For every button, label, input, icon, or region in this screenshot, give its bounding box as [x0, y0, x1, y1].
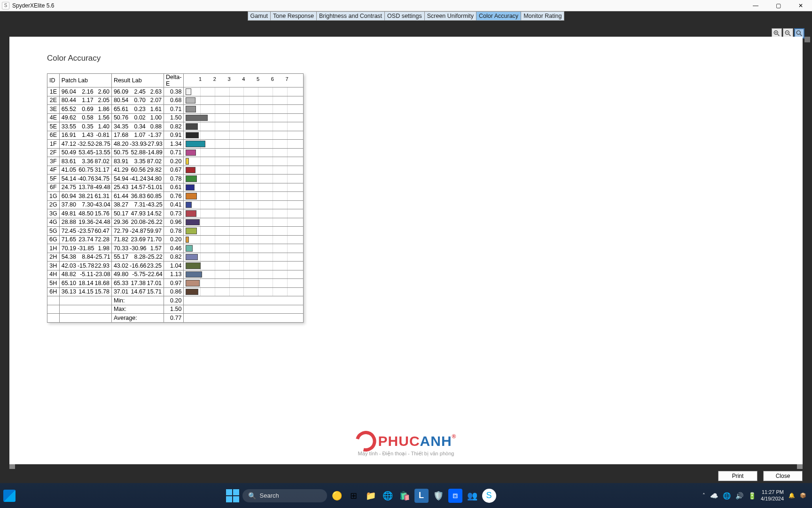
tray-chevron-icon[interactable]: ˄ — [703, 492, 705, 499]
volume-icon[interactable]: 🔊 — [735, 492, 743, 500]
tab-monitor-rating[interactable]: Monitor Rating — [521, 11, 564, 21]
store-icon[interactable]: 🛍️ — [398, 489, 412, 503]
delta-e-bar — [186, 150, 196, 156]
mcafee-icon[interactable]: 🛡️ — [431, 489, 445, 503]
taskbar-search[interactable]: 🔍 Search — [242, 489, 327, 502]
search-icon: 🔍 — [248, 492, 256, 500]
row-id: 1F — [47, 140, 60, 149]
chart-axis: 1234567 — [184, 74, 304, 87]
system-tray[interactable]: ☁️ 🌐 🔊 🔋 — [710, 492, 756, 500]
delta-e-value: 0.71 — [164, 105, 184, 114]
table-row: 1H 70.19-31.851.98 70.33-30.961.57 0.46 — [47, 244, 304, 253]
delta-e-bar-cell — [184, 287, 304, 296]
taskbar-clock[interactable]: 11:27 PM 4/19/2024 — [761, 489, 784, 501]
delta-e-bar — [186, 219, 200, 226]
delta-e-bar — [186, 141, 205, 147]
color-accuracy-table: ID Patch Lab Result Lab Delta-E 1234567 … — [47, 73, 304, 323]
maximize-button[interactable]: ▢ — [767, 0, 789, 11]
close-button[interactable]: ✕ — [789, 0, 812, 11]
tab-brightness-and-contrast[interactable]: Brightness and Contrast — [317, 11, 385, 21]
tab-gamut[interactable]: Gamut — [248, 11, 271, 21]
summary-row: Min: 0.20 — [47, 296, 304, 305]
result-lab-value: 29.3620.08-26.22 — [111, 218, 164, 227]
edge-icon[interactable]: 🌐 — [381, 489, 395, 503]
skype-icon[interactable]: S — [482, 489, 496, 503]
result-lab-value: 72.79-24.8759.97 — [111, 227, 164, 236]
close-report-button[interactable]: Close — [763, 471, 803, 481]
delta-e-bar-cell — [184, 253, 304, 262]
delta-e-value: 1.34 — [164, 140, 184, 149]
tab-color-accuracy[interactable]: Color Accuracy — [476, 11, 521, 21]
search-placeholder: Search — [260, 492, 279, 499]
teams-icon[interactable]: 👥 — [465, 489, 479, 503]
title-bar: S SpyderXElite 5.6 — ▢ ✕ — [0, 0, 812, 11]
explorer-icon[interactable]: 📁 — [364, 489, 378, 503]
delta-e-bar-cell — [184, 113, 304, 122]
delta-e-value: 0.67 — [164, 166, 184, 175]
delta-e-bar-cell — [184, 244, 304, 253]
patch-lab-value: 65.1018.1418.68 — [59, 279, 111, 288]
delta-e-value: 0.97 — [164, 279, 184, 288]
tab-osd-settings[interactable]: OSD settings — [385, 11, 425, 21]
tray-app-icon[interactable]: 📦 — [800, 492, 806, 499]
result-lab-value: 80.540.702.07 — [111, 96, 164, 105]
window-controls: — ▢ ✕ — [744, 0, 812, 11]
delta-e-value: 0.78 — [164, 227, 184, 236]
delta-e-bar-cell — [184, 175, 304, 183]
battery-icon[interactable]: 🔋 — [748, 492, 756, 500]
task-view-icon[interactable]: ⊞ — [347, 489, 361, 503]
vertical-scrollbar[interactable] — [804, 37, 810, 464]
delta-e-value: 0.91 — [164, 131, 184, 140]
delta-e-value: 0.20 — [164, 235, 184, 244]
header-delta-e: Delta-E — [164, 74, 184, 87]
patch-lab-value: 41.0560.7531.17 — [59, 166, 111, 175]
row-id: 4E — [47, 113, 60, 122]
result-lab-value: 17.681.07-1.37 — [111, 131, 164, 140]
row-id: 3G — [47, 209, 60, 218]
app-title: SpyderXElite 5.6 — [12, 2, 54, 9]
start-button[interactable] — [226, 489, 240, 503]
delta-e-bar — [186, 237, 188, 243]
result-lab-value: 55.178.28-25.22 — [111, 253, 164, 262]
row-id: 6F — [47, 183, 60, 192]
delta-e-bar-cell — [184, 131, 304, 140]
delta-e-bar-cell — [184, 87, 304, 96]
bottom-bar: Print Close — [0, 469, 812, 483]
language-icon[interactable]: 🌐 — [723, 492, 731, 500]
table-row: 3F 83.613.3687.02 83.913.3587.02 0.20 — [47, 157, 304, 166]
row-id: 3E — [47, 105, 60, 114]
patch-lab-value: 42.03-15.7822.93 — [59, 262, 111, 270]
delta-e-value: 0.86 — [164, 287, 184, 296]
app-icon-l[interactable]: L — [414, 489, 429, 503]
result-lab-value: 65.3317.3817.01 — [111, 279, 164, 288]
tab-screen-uniformity[interactable]: Screen Uniformity — [425, 11, 476, 21]
onedrive-icon[interactable]: ☁️ — [710, 492, 718, 500]
report-page: Color Accuracy ID Patch Lab Result Lab D… — [9, 37, 803, 464]
notifications-icon[interactable]: 🔔 — [789, 492, 795, 499]
table-row: 6H 36.1314.1515.78 37.0114.6715.71 0.86 — [47, 287, 304, 296]
delta-e-bar — [186, 158, 188, 165]
tab-tone-response[interactable]: Tone Response — [271, 11, 317, 21]
header-result-lab: Result Lab — [111, 74, 164, 87]
delta-e-value: 1.04 — [164, 262, 184, 270]
table-row: 5H 65.1018.1418.68 65.3317.3817.01 0.97 — [47, 279, 304, 288]
result-lab-value: 37.0114.6715.71 — [111, 287, 164, 296]
widgets-button[interactable] — [3, 490, 16, 502]
table-row: 6G 71.6523.7472.28 71.8223.6971.70 0.20 — [47, 235, 304, 244]
result-lab-value: 71.8223.6971.70 — [111, 235, 164, 244]
delta-e-value: 0.71 — [164, 148, 184, 157]
result-lab-value: 25.4314.57-51.01 — [111, 183, 164, 192]
delta-e-bar-cell — [184, 200, 304, 209]
patch-lab-value: 83.613.3687.02 — [59, 157, 111, 166]
row-id: 3F — [47, 157, 60, 166]
minimize-button[interactable]: — — [744, 0, 767, 11]
result-lab-value: 50.1747.9314.52 — [111, 209, 164, 218]
table-row: 4H 48.82-5.11-23.08 49.80-5.75-22.64 1.1… — [47, 270, 304, 279]
row-id: 2F — [47, 148, 60, 157]
print-button[interactable]: Print — [718, 471, 757, 481]
copilot-icon[interactable]: 🟡 — [330, 489, 344, 503]
page-title: Color Accuracy — [47, 54, 803, 63]
delta-e-bar — [186, 289, 198, 295]
patch-lab-value: 49.620.581.56 — [59, 113, 111, 122]
dropbox-icon[interactable]: ⧈ — [448, 489, 462, 503]
